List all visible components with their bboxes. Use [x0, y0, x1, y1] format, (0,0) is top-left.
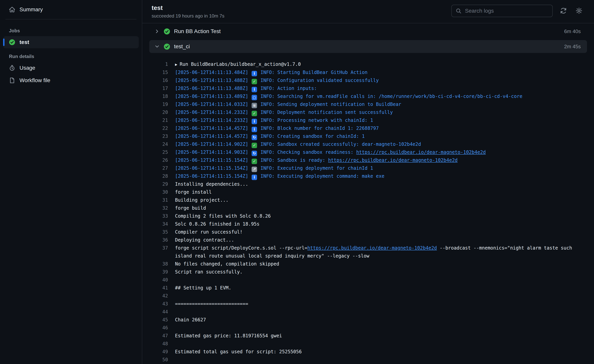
log-text-segment: Deploying contract... [175, 237, 234, 243]
log-line: 18[2025-06-12T14:11:13.489Z] ○ INFO: Sea… [149, 92, 594, 100]
line-number[interactable]: 27 [149, 164, 168, 172]
log-text-segment: INFO: Checking sandbox readiness: [258, 150, 356, 155]
run-header: test succeeded 19 hours ago in 10m 7s [142, 0, 594, 23]
line-number[interactable]: 37 [149, 244, 168, 252]
line-number[interactable]: 44 [149, 308, 168, 316]
log-settings-button[interactable] [574, 6, 584, 16]
log-link[interactable]: https://rpc.buildbear.io/dear-magneto-10… [356, 150, 486, 155]
log-line: 21[2025-06-12T14:11:14.233Z] i INFO: Pro… [149, 117, 594, 124]
line-number[interactable]: 47 [149, 332, 168, 340]
line-number[interactable]: 41 [149, 284, 168, 292]
log-text-segment: [2025-06-12T14:11:13.488Z] [175, 86, 251, 91]
line-number[interactable]: 1 [149, 60, 168, 68]
line-number[interactable]: 23 [149, 132, 168, 140]
line-number[interactable]: 33 [149, 212, 168, 220]
line-number[interactable]: 19 [149, 100, 168, 108]
log-text: Estimated total gas used for script: 252… [168, 348, 302, 356]
step-row-run-bb-action-test[interactable]: Run BB Action Test6m 40s [149, 25, 587, 37]
log-line: 34Solc 0.8.26 finished in 18.95s [149, 220, 594, 228]
log-text-segment: INFO: Deployment notification sent succe… [258, 110, 393, 115]
line-number[interactable]: 25 [149, 148, 168, 156]
log-link[interactable]: https://rpc.buildbear.io/dear-magneto-10… [307, 245, 437, 251]
log-text: forge script script/DeployCore.s.sol --r… [168, 244, 573, 260]
stopwatch-icon [9, 65, 15, 71]
log-line: 22[2025-06-12T14:11:14.457Z] i INFO: Blo… [149, 124, 594, 132]
line-number[interactable]: 48 [149, 340, 168, 348]
satellite-emoji: ≋ [252, 103, 257, 108]
log-text-segment: [2025-06-12T14:11:14.903Z] [175, 150, 251, 155]
home-icon [9, 6, 15, 13]
line-number[interactable]: 17 [149, 84, 168, 92]
line-number[interactable]: 40 [149, 276, 168, 284]
file-code-icon [9, 77, 15, 84]
log-text-segment: Chain 26627 [175, 317, 206, 323]
log-line: 36Deploying contract... [149, 236, 594, 244]
line-number[interactable]: 34 [149, 220, 168, 228]
log-text: [2025-06-12T14:11:14.033Z] ≋ INFO: Sendi… [168, 100, 401, 108]
line-number[interactable]: 15 [149, 69, 168, 77]
log-text-segment: [2025-06-12T14:11:13.484Z] [175, 70, 251, 75]
log-line: 31Building project... [149, 196, 594, 204]
line-number[interactable]: 32 [149, 204, 168, 212]
line-number[interactable]: 38 [149, 260, 168, 268]
step-duration: 6m 40s [564, 28, 582, 34]
log-line: 49Estimated total gas used for script: 2… [149, 348, 594, 356]
log-text-segment: [2025-06-12T14:11:14.233Z] [175, 110, 251, 115]
line-number[interactable]: 36 [149, 236, 168, 244]
search-logs-box [451, 5, 553, 17]
line-number[interactable]: 31 [149, 196, 168, 204]
log-text: Estimated gas price: 11.819716554 gwei [168, 332, 282, 340]
sidebar-item-label: Summary [20, 6, 43, 13]
line-number[interactable]: 43 [149, 300, 168, 308]
line-number[interactable]: 29 [149, 180, 168, 188]
log-group-toggle-icon[interactable]: ▶ [175, 62, 180, 67]
log-text-segment: [2025-06-12T14:11:14.033Z] [175, 102, 251, 107]
search-logs-input[interactable] [465, 8, 548, 14]
log-text-segment: [2025-06-12T14:11:14.233Z] [175, 117, 251, 123]
log-text-segment: forge build [175, 205, 206, 211]
sidebar-item-workflow-file[interactable]: Workflow file [3, 74, 139, 86]
line-number[interactable]: 18 [149, 92, 168, 100]
app-root: Summary JobstestRun detailsUsageWorkflow… [0, 0, 594, 364]
success-check-icon [164, 43, 170, 50]
line-number[interactable]: 16 [149, 77, 168, 84]
line-number[interactable]: 30 [149, 188, 168, 196]
sidebar-item-usage[interactable]: Usage [3, 62, 139, 74]
line-number[interactable]: 35 [149, 228, 168, 236]
sidebar-item-summary[interactable]: Summary [3, 4, 139, 16]
log-text-segment: Installing dependencies... [175, 182, 248, 187]
line-number[interactable]: 45 [149, 316, 168, 324]
chevron-right-icon[interactable] [154, 29, 160, 34]
log-line: 28[2025-06-12T14:11:15.154Z] i INFO: Exe… [149, 172, 594, 180]
line-number[interactable]: 42 [149, 292, 168, 300]
log-text: [2025-06-12T14:11:14.902Z] ✓ INFO: Sandb… [168, 140, 421, 148]
log-text-segment: [2025-06-12T14:11:13.488Z] [175, 78, 251, 83]
line-number[interactable]: 46 [149, 324, 168, 332]
log-line: 1▶ Run BuildBearLabs/buildbear_x_action@… [149, 60, 594, 69]
refresh-emoji: ↻ [252, 135, 257, 140]
line-number[interactable]: 26 [149, 156, 168, 164]
log-text: [2025-06-12T14:11:14.233Z] ✓ INFO: Deplo… [168, 108, 393, 117]
line-number[interactable]: 49 [149, 348, 168, 356]
log-text: Chain 26627 [168, 316, 206, 324]
chevron-down-icon[interactable] [154, 44, 160, 49]
log-line: 50 [149, 356, 594, 364]
step-row-test-ci[interactable]: test_ci2m 45s [149, 40, 587, 53]
line-number[interactable]: 20 [149, 108, 168, 117]
main-panel: test succeeded 19 hours ago in 10m 7s Ru… [142, 0, 594, 364]
sidebar-item-test[interactable]: test [3, 36, 139, 48]
refresh-logs-button[interactable] [559, 6, 568, 16]
log-text: [2025-06-12T14:11:13.484Z] i INFO: Start… [168, 69, 368, 77]
line-number[interactable]: 28 [149, 172, 168, 180]
line-number[interactable]: 50 [149, 356, 168, 364]
line-number[interactable]: 21 [149, 117, 168, 124]
line-number[interactable]: 22 [149, 124, 168, 132]
log-text-segment: INFO: Block number for chainId 1: 226887… [258, 126, 379, 131]
log-text: forge install [168, 188, 212, 196]
line-number[interactable]: 24 [149, 140, 168, 148]
sidebar-item-label: Usage [20, 65, 35, 71]
success-check-icon [164, 28, 170, 35]
line-number[interactable]: 39 [149, 268, 168, 276]
log-link[interactable]: https://rpc.buildbear.io/dear-magneto-10… [328, 157, 458, 163]
sidebar: Summary JobstestRun detailsUsageWorkflow… [0, 0, 142, 364]
